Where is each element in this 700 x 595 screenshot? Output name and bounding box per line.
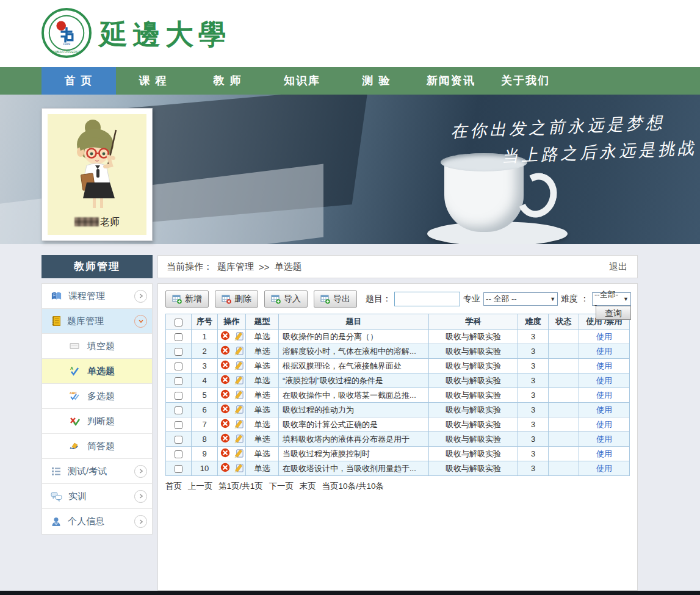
row-status — [549, 359, 579, 373]
title-search-input[interactable] — [394, 292, 460, 306]
import-button[interactable]: 导入 — [264, 290, 308, 308]
delete-row-icon[interactable] — [220, 433, 230, 445]
difficulty-select[interactable]: --全部-- ▼ — [592, 292, 631, 306]
edit-row-icon[interactable] — [234, 345, 244, 358]
export-button[interactable]: 导出 — [314, 290, 357, 308]
row-subject: 吸收与解吸实验 — [429, 344, 518, 359]
nav-item-knowledge[interactable]: 知识库 — [265, 67, 339, 95]
sidebar-item-label: 题库管理 — [67, 316, 134, 327]
usage-link[interactable]: 使用 — [596, 347, 612, 356]
delete-row-icon[interactable] — [220, 463, 230, 474]
edit-row-icon[interactable] — [234, 404, 244, 416]
row-checkbox[interactable] — [175, 421, 182, 429]
sidebar-item-question-bank[interactable]: 题库管理 — [42, 309, 152, 334]
nav-item-about[interactable]: 关于我们 — [488, 67, 563, 95]
delete-button[interactable]: 删除 — [215, 290, 258, 308]
row-title: 吸收率的计算公式正确的是 — [279, 417, 429, 432]
row-checkbox[interactable] — [175, 348, 182, 356]
import-button-label: 导入 — [284, 294, 301, 305]
sidebar-item-fill-blank[interactable]: 填空题 — [42, 334, 152, 359]
edit-row-icon[interactable] — [234, 433, 244, 445]
delete-row-icon[interactable] — [220, 448, 230, 460]
row-checkbox[interactable] — [175, 377, 182, 385]
logout-button[interactable]: 退出 — [609, 261, 627, 273]
nav-item-courses[interactable]: 课 程 — [116, 67, 190, 95]
chevron-right-icon — [134, 465, 147, 478]
row-checkbox[interactable] — [175, 362, 182, 370]
delete-row-icon[interactable] — [220, 331, 230, 342]
edit-row-icon[interactable] — [234, 360, 244, 372]
sidebar-item-personal-info[interactable]: 个人信息 — [42, 509, 152, 534]
row-type: 单选 — [246, 373, 279, 388]
row-checkbox[interactable] — [175, 436, 182, 444]
row-subject: 吸收与解吸实验 — [429, 403, 518, 417]
delete-row-icon[interactable] — [220, 345, 230, 357]
sidebar-item-tests-exams[interactable]: 测试/考试 — [42, 459, 152, 484]
edit-row-icon[interactable] — [234, 331, 244, 343]
question-table: 序号 操作 题型 题目 学科 难度 状态 使用 /禁用 1 — [165, 314, 630, 476]
row-checkbox-cell — [166, 373, 192, 388]
row-status — [549, 447, 579, 461]
breadcrumb-page: 单选题 — [275, 261, 302, 273]
delete-row-icon[interactable] — [220, 404, 230, 416]
usage-link[interactable]: 使用 — [596, 361, 612, 370]
delete-row-icon[interactable] — [220, 419, 230, 430]
row-checkbox[interactable] — [175, 450, 182, 458]
sidebar-item-short-answer[interactable]: 简答题 — [42, 434, 152, 459]
usage-link[interactable]: 使用 — [596, 420, 612, 429]
row-checkbox[interactable] — [175, 406, 182, 414]
row-operations — [218, 432, 246, 447]
pagination-next[interactable]: 下一页 — [269, 481, 294, 491]
row-usage-cell: 使用 — [579, 417, 630, 432]
usage-link[interactable]: 使用 — [596, 464, 612, 473]
sidebar-item-judgement[interactable]: 判断题 — [42, 409, 152, 434]
pagination-first[interactable]: 首页 — [165, 481, 182, 491]
add-button[interactable]: 新增 — [165, 290, 209, 308]
edit-row-icon[interactable] — [234, 463, 244, 475]
row-subject: 吸收与解吸实验 — [429, 373, 518, 388]
pagination-last[interactable]: 末页 — [300, 481, 316, 491]
delete-row-icon[interactable] — [220, 360, 230, 372]
delete-row-icon[interactable] — [220, 375, 230, 386]
search-button[interactable]: 查询 — [596, 306, 631, 320]
row-difficulty: 3 — [518, 373, 549, 388]
usage-link[interactable]: 使用 — [596, 405, 612, 414]
sidebar-item-practice[interactable]: 实训 — [42, 484, 152, 509]
row-usage-cell: 使用 — [579, 447, 630, 461]
teacher-avatar-card: 老师 — [41, 108, 153, 241]
row-checkbox[interactable] — [175, 333, 182, 341]
pagination-count-info: 当页10条/共10条 — [322, 481, 384, 491]
table-row: 4 单选 “液膜控制”吸收过程的条件是 吸收与 — [166, 373, 630, 388]
major-select[interactable]: -- 全部 -- ▼ — [483, 292, 558, 306]
row-operations — [218, 344, 246, 359]
row-checkbox[interactable] — [175, 465, 182, 473]
edit-row-icon[interactable] — [234, 448, 244, 460]
row-difficulty: 3 — [518, 447, 549, 461]
breadcrumb-section: 题库管理 — [217, 261, 254, 273]
sidebar-item-multi-choice[interactable]: ABC 多选题 — [42, 384, 152, 409]
edit-row-icon[interactable] — [234, 375, 244, 387]
edit-row-icon[interactable] — [234, 419, 244, 431]
delete-row-icon[interactable] — [220, 389, 230, 401]
sidebar-item-course-mgmt[interactable]: 课程管理 — [42, 284, 152, 309]
nav-item-teachers[interactable]: 教 师 — [190, 67, 265, 95]
pagination-prev[interactable]: 上一页 — [188, 481, 213, 491]
row-checkbox[interactable] — [175, 392, 182, 400]
nav-item-tests[interactable]: 测 验 — [339, 67, 414, 95]
usage-link[interactable]: 使用 — [596, 376, 612, 385]
nav-item-news[interactable]: 新闻资讯 — [414, 67, 488, 95]
teacher-label: 老师 — [100, 217, 120, 227]
usage-link[interactable]: 使用 — [596, 449, 612, 458]
judge-question-icon — [69, 416, 80, 427]
header-title: 题目 — [279, 314, 429, 330]
nav-item-home[interactable]: 首 页 — [41, 67, 116, 96]
row-title: 在吸收塔设计中，当吸收剂用量趋于... — [279, 461, 429, 476]
dropdown-arrow-icon: ▼ — [621, 296, 629, 302]
usage-link[interactable]: 使用 — [596, 435, 612, 444]
usage-link[interactable]: 使用 — [596, 332, 612, 341]
edit-row-icon[interactable] — [234, 389, 244, 402]
row-checkbox-cell — [166, 403, 192, 417]
sidebar-item-single-choice[interactable]: A 单选题 — [42, 359, 152, 384]
select-all-checkbox[interactable] — [175, 319, 182, 326]
usage-link[interactable]: 使用 — [596, 391, 612, 400]
